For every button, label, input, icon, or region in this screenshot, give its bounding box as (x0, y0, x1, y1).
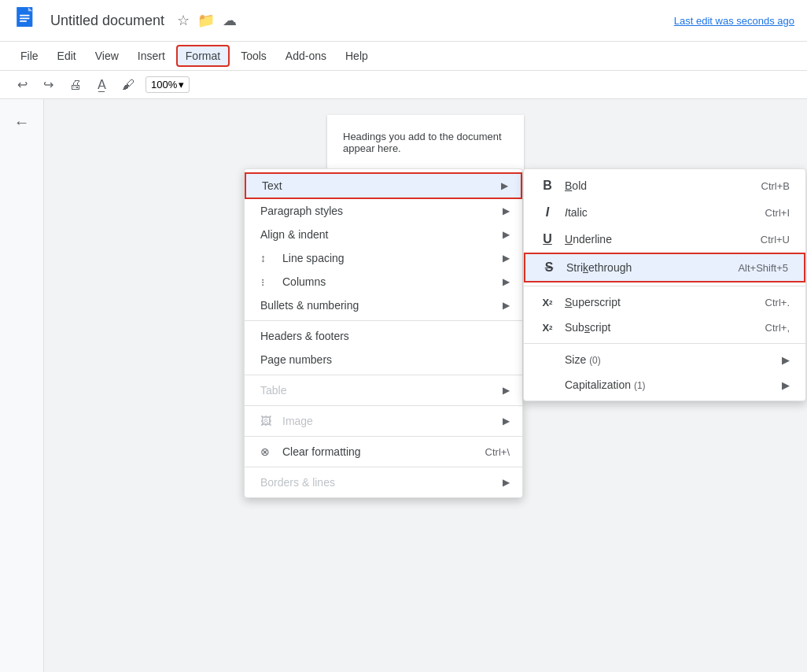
text-separator-2 (524, 343, 805, 344)
text-strikethrough[interactable]: S Strikethrough Alt+Shift+5 (524, 253, 805, 282)
borders-arrow: ▶ (503, 477, 510, 488)
menu-help[interactable]: Help (337, 46, 376, 65)
subscript-label: Subscript (565, 321, 610, 334)
line-spacing-label: Line spacing (282, 252, 496, 264)
separator-5 (245, 467, 522, 467)
bullets-label: Bullets & numbering (260, 299, 496, 312)
format-dropdown-menu: Text ▶ Paragraph styles ▶ Align & indent… (244, 168, 523, 498)
italic-icon: I (540, 205, 555, 220)
underline-shortcut: Ctrl+U (761, 234, 790, 246)
superscript-label: Superscript (565, 296, 621, 308)
text-subscript[interactable]: X2 Subscript Ctrl+, (524, 315, 805, 340)
format-menu-columns[interactable]: ⫶ Columns ▶ (245, 270, 522, 294)
text-italic[interactable]: I Italic Ctrl+I (524, 199, 805, 226)
title-bar: Untitled document ☆ 📁 ☁ Last edit was se… (0, 0, 807, 42)
table-label: Table (260, 384, 496, 397)
menu-format[interactable]: Format (176, 45, 230, 67)
bookmark-icon[interactable]: ☆ (177, 12, 190, 29)
bold-shortcut: Ctrl+B (761, 180, 790, 192)
bold-icon: B (540, 179, 555, 193)
menu-file[interactable]: File (13, 46, 46, 65)
menu-view[interactable]: View (87, 46, 127, 65)
strikethrough-icon: S (541, 260, 557, 275)
menu-edit[interactable]: Edit (50, 46, 84, 65)
paintformat-button[interactable]: 🖌 (117, 75, 139, 95)
spellcheck-button[interactable]: A̲ (93, 74, 111, 95)
underline-icon: U (540, 232, 555, 246)
zoom-selector[interactable]: 100% ▾ (146, 76, 190, 93)
image-icon: 🖼 (260, 415, 276, 427)
paragraph-styles-arrow: ▶ (503, 205, 510, 216)
image-label: Image (282, 415, 496, 427)
menu-insert[interactable]: Insert (130, 46, 173, 65)
text-submenu: B Bold Ctrl+B I Italic Ctrl+I U Underlin… (523, 168, 806, 401)
columns-icon: ⫶ (260, 276, 276, 288)
print-button[interactable]: 🖨 (64, 75, 87, 95)
sidebar-headings-note (19, 149, 25, 161)
text-underline[interactable]: U Underline Ctrl+U (524, 226, 805, 253)
format-menu-page-numbers[interactable]: Page numbers (245, 348, 522, 371)
format-menu-align-indent[interactable]: Align & indent ▶ (245, 223, 522, 246)
text-separator-1 (524, 286, 805, 286)
redo-button[interactable]: ↪ (39, 74, 58, 95)
page-numbers-label: Page numbers (260, 353, 510, 366)
italic-label: Italic (565, 206, 588, 219)
bullets-arrow: ▶ (503, 300, 510, 311)
app-logo (13, 6, 41, 35)
strikethrough-label: Strikethrough (566, 261, 632, 274)
separator-1 (245, 320, 522, 321)
subscript-icon: X2 (540, 322, 555, 334)
menu-addons[interactable]: Add-ons (278, 46, 334, 65)
title-icons: ☆ 📁 ☁ (177, 12, 237, 29)
folder-icon[interactable]: 📁 (197, 12, 215, 29)
format-menu-table[interactable]: Table ▶ (245, 378, 522, 402)
superscript-shortcut: Ctrl+. (765, 297, 790, 308)
svg-rect-3 (20, 15, 30, 17)
svg-rect-5 (20, 20, 27, 22)
text-bold[interactable]: B Bold Ctrl+B (524, 172, 805, 199)
undo-button[interactable]: ↩ (13, 74, 32, 95)
columns-label: Columns (282, 275, 496, 288)
doc-sidebar: ← (0, 99, 44, 672)
subscript-shortcut: Ctrl+, (765, 322, 790, 334)
strikethrough-shortcut: Alt+Shift+5 (738, 262, 788, 274)
size-label: Size (0) (565, 353, 601, 366)
format-menu-paragraph-styles[interactable]: Paragraph styles ▶ (245, 199, 522, 223)
menu-bar: File Edit View Insert Format Tools Add-o… (0, 42, 807, 71)
underline-label: Underline (565, 233, 612, 246)
superscript-icon: X2 (540, 297, 555, 308)
bold-label: Bold (565, 179, 587, 192)
document-title[interactable]: Untitled document (50, 13, 164, 29)
sidebar-collapse-arrow[interactable]: ← (9, 109, 35, 136)
zoom-value: 100% (151, 79, 177, 90)
main-area: ← Headings you add to the document appea… (0, 99, 807, 672)
separator-4 (245, 436, 522, 437)
align-indent-label: Align & indent (260, 228, 496, 241)
format-menu-clear-formatting[interactable]: ⊗ Clear formatting Ctrl+\ (245, 440, 522, 463)
last-edit-status[interactable]: Last edit was seconds ago (674, 15, 794, 27)
menu-tools[interactable]: Tools (233, 46, 275, 65)
paragraph-styles-label: Paragraph styles (260, 205, 496, 217)
capitalization-arrow: ▶ (782, 379, 790, 391)
format-menu-line-spacing[interactable]: ↕ Line spacing ▶ (245, 246, 522, 270)
format-menu-headers[interactable]: Headers & footers (245, 324, 522, 348)
format-menu-borders[interactable]: Borders & lines ▶ (245, 471, 522, 494)
cloud-icon[interactable]: ☁ (223, 12, 237, 29)
format-menu-text[interactable]: Text ▶ (245, 172, 522, 199)
text-size[interactable]: Size (0) ▶ (524, 347, 805, 372)
text-capitalization[interactable]: Capitalization (1) ▶ (524, 372, 805, 397)
separator-3 (245, 405, 522, 406)
borders-label: Borders & lines (260, 476, 496, 489)
text-superscript[interactable]: X2 Superscript Ctrl+. (524, 290, 805, 315)
table-arrow: ▶ (503, 385, 510, 396)
zoom-chevron: ▾ (179, 79, 184, 90)
align-indent-arrow: ▶ (503, 229, 510, 240)
capitalization-label: Capitalization (1) (565, 378, 646, 391)
format-menu-image[interactable]: 🖼 Image ▶ (245, 409, 522, 433)
columns-arrow: ▶ (503, 276, 510, 287)
format-menu-bullets[interactable]: Bullets & numbering ▶ (245, 294, 522, 317)
headers-label: Headers & footers (260, 330, 510, 342)
format-text-label: Text (262, 179, 495, 192)
clear-format-shortcut: Ctrl+\ (485, 446, 510, 458)
sidebar-hint-text: Headings you add to the document appear … (343, 131, 508, 154)
